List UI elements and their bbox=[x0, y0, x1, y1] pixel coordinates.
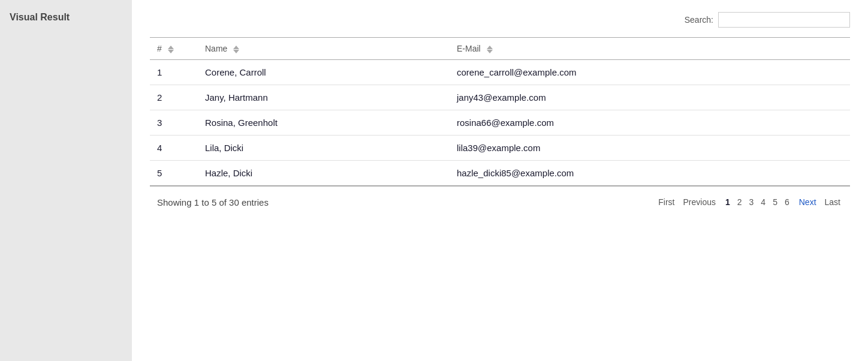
table-body: 1Corene, Carrollcorene_carroll@example.c… bbox=[150, 60, 850, 186]
pagination-pages: 123456 bbox=[722, 196, 793, 208]
col-header-name[interactable]: Name bbox=[198, 38, 450, 60]
cell-num: 4 bbox=[150, 136, 198, 161]
cell-name: Jany, Hartmann bbox=[198, 85, 450, 110]
sort-arrows-name bbox=[233, 46, 239, 53]
col-email-label: E-Mail bbox=[457, 44, 481, 53]
cell-num: 1 bbox=[150, 60, 198, 85]
cell-email: corene_carroll@example.com bbox=[450, 60, 850, 85]
pagination-page-button[interactable]: 3 bbox=[746, 196, 758, 208]
sort-down-icon bbox=[487, 50, 493, 53]
cell-email: rosina66@example.com bbox=[450, 110, 850, 136]
table-row: 2Jany, Hartmannjany43@example.com bbox=[150, 85, 850, 110]
table-footer: Showing 1 to 5 of 30 entries First Previ… bbox=[150, 186, 850, 218]
cell-num: 5 bbox=[150, 161, 198, 186]
pagination-previous-button[interactable]: Previous bbox=[680, 196, 718, 208]
cell-num: 2 bbox=[150, 85, 198, 110]
pagination-page-button[interactable]: 1 bbox=[722, 196, 734, 208]
table-header-row: # Name E-Mail bbox=[150, 38, 850, 60]
sidebar-title: Visual Result bbox=[10, 12, 70, 22]
sort-arrows-email bbox=[487, 46, 493, 53]
cell-email: jany43@example.com bbox=[450, 85, 850, 110]
sort-arrows-num bbox=[168, 46, 174, 53]
sort-up-icon bbox=[233, 46, 239, 49]
cell-name: Lila, Dicki bbox=[198, 136, 450, 161]
sort-down-icon bbox=[168, 50, 174, 53]
pagination-next-button[interactable]: Next bbox=[797, 196, 819, 208]
col-header-num[interactable]: # bbox=[150, 38, 198, 60]
cell-name: Hazle, Dicki bbox=[198, 161, 450, 186]
search-input[interactable] bbox=[718, 12, 850, 28]
pagination-page-button[interactable]: 4 bbox=[757, 196, 769, 208]
pagination-page-button[interactable]: 5 bbox=[769, 196, 781, 208]
table-row: 5Hazle, Dickihazle_dicki85@example.com bbox=[150, 161, 850, 186]
table-row: 1Corene, Carrollcorene_carroll@example.c… bbox=[150, 60, 850, 85]
pagination-first-button[interactable]: First bbox=[656, 196, 677, 208]
sidebar: Visual Result bbox=[0, 0, 132, 361]
pagination-last-button[interactable]: Last bbox=[822, 196, 843, 208]
search-label: Search: bbox=[685, 15, 713, 25]
pagination: First Previous 123456 Next Last bbox=[656, 196, 843, 208]
sort-up-icon bbox=[487, 46, 493, 49]
data-table: # Name E-Mail bbox=[150, 37, 850, 186]
cell-name: Corene, Carroll bbox=[198, 60, 450, 85]
cell-email: lila39@example.com bbox=[450, 136, 850, 161]
sort-up-icon bbox=[168, 46, 174, 49]
pagination-page-button[interactable]: 2 bbox=[734, 196, 746, 208]
sort-down-icon bbox=[233, 50, 239, 53]
cell-num: 3 bbox=[150, 110, 198, 136]
pagination-page-button[interactable]: 6 bbox=[781, 196, 793, 208]
col-name-label: Name bbox=[205, 44, 227, 53]
footer-info: Showing 1 to 5 of 30 entries bbox=[157, 197, 269, 207]
cell-email: hazle_dicki85@example.com bbox=[450, 161, 850, 186]
table-row: 4Lila, Dickilila39@example.com bbox=[150, 136, 850, 161]
search-bar: Search: bbox=[150, 12, 850, 28]
cell-name: Rosina, Greenholt bbox=[198, 110, 450, 136]
col-num-label: # bbox=[157, 44, 162, 53]
main-content: Search: # Name bbox=[132, 0, 868, 361]
col-header-email[interactable]: E-Mail bbox=[450, 38, 850, 60]
table-row: 3Rosina, Greenholtrosina66@example.com bbox=[150, 110, 850, 136]
